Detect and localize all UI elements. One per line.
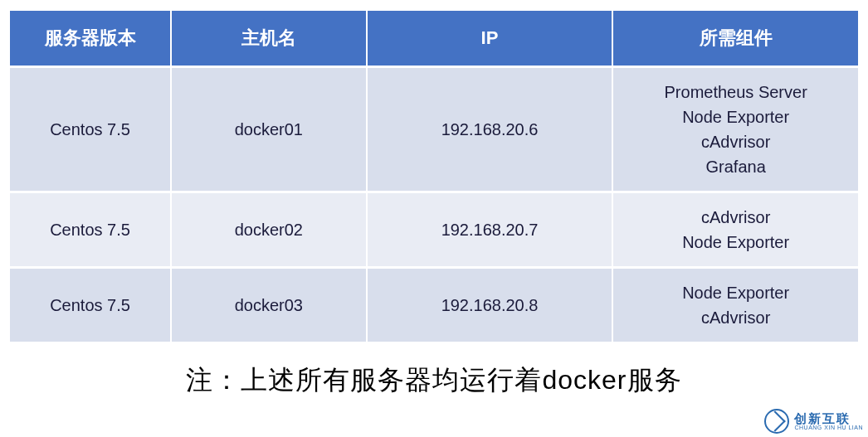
watermark-logo-icon: [764, 409, 789, 434]
cell-version: Centos 7.5: [10, 193, 170, 266]
table-row: Centos 7.5 docker02 192.168.20.7 cAdvris…: [10, 193, 858, 266]
watermark-en: CHUANG XIN HU LIAN: [794, 425, 863, 430]
cell-version: Centos 7.5: [10, 269, 170, 342]
cell-ip: 192.168.20.6: [368, 68, 612, 191]
cell-components: cAdvrisorNode Exporter: [613, 193, 858, 266]
table-row: Centos 7.5 docker01 192.168.20.6 Prometh…: [10, 68, 858, 191]
watermark-cn: 创新互联: [794, 412, 863, 425]
header-ip: IP: [368, 11, 612, 66]
header-version: 服务器版本: [10, 11, 170, 66]
cell-ip: 192.168.20.7: [368, 193, 612, 266]
cell-version: Centos 7.5: [10, 68, 170, 191]
watermark: 创新互联 CHUANG XIN HU LIAN: [764, 409, 863, 434]
header-hostname: 主机名: [172, 11, 366, 66]
cell-hostname: docker01: [172, 68, 366, 191]
cell-hostname: docker02: [172, 193, 366, 266]
cell-components: Prometheus ServerNode ExportercAdvrisorG…: [613, 68, 858, 191]
table-row: Centos 7.5 docker03 192.168.20.8 Node Ex…: [10, 269, 858, 342]
cell-components: Node ExportercAdvrisor: [613, 269, 858, 342]
table-header-row: 服务器版本 主机名 IP 所需组件: [10, 11, 858, 66]
server-table: 服务器版本 主机名 IP 所需组件 Centos 7.5 docker01 19…: [8, 8, 860, 344]
footer-note: 注：上述所有服务器均运行着docker服务: [8, 344, 860, 414]
cell-ip: 192.168.20.8: [368, 269, 612, 342]
table-container: 服务器版本 主机名 IP 所需组件 Centos 7.5 docker01 19…: [0, 0, 868, 422]
watermark-text: 创新互联 CHUANG XIN HU LIAN: [794, 412, 863, 430]
header-components: 所需组件: [613, 11, 858, 66]
cell-hostname: docker03: [172, 269, 366, 342]
